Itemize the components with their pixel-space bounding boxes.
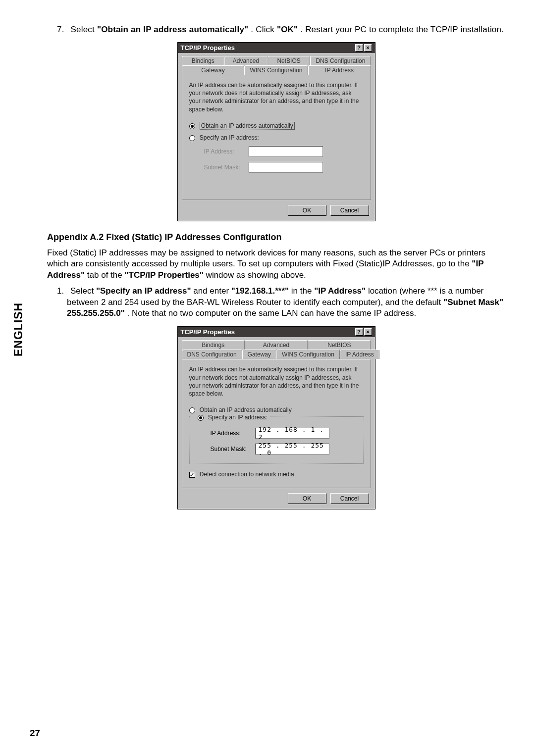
- text: in the: [291, 286, 314, 296]
- checkbox-icon: ✓: [189, 472, 195, 478]
- help-icon[interactable]: ?: [355, 44, 363, 51]
- cancel-button[interactable]: Cancel: [330, 205, 369, 216]
- field-ip-address: IP Address: 192 . 168 . 1 . 2: [211, 428, 357, 439]
- mask-label: Subnet Mask:: [204, 164, 249, 171]
- ok-button[interactable]: OK: [288, 493, 326, 504]
- checkbox-label: Detect connection to network media: [200, 471, 294, 478]
- appendix-para: Fixed (Static) IP addresses may be assig…: [47, 248, 505, 281]
- ok-button[interactable]: OK: [288, 205, 326, 216]
- checkbox-detect-media[interactable]: ✓ Detect connection to network media: [189, 471, 364, 478]
- dialog-titlebar: TCP/IP Properties ? ×: [178, 43, 375, 53]
- text: . Click: [251, 25, 277, 34]
- tab-panel-ipaddress: An IP address can be automatically assig…: [182, 75, 371, 200]
- tab-panel-ipaddress: An IP address can be automatically assig…: [182, 359, 371, 488]
- tab-wins[interactable]: WINS Configuration: [276, 350, 340, 359]
- mask-input: [249, 162, 323, 173]
- tab-dns[interactable]: DNS Configuration: [310, 56, 371, 65]
- text: and enter: [193, 286, 231, 296]
- text: Select: [70, 286, 96, 296]
- tab-bindings[interactable]: Bindings: [182, 340, 245, 350]
- field-ip-address: IP Address:: [204, 146, 364, 157]
- dialog-description: An IP address can be automatically assig…: [189, 365, 364, 398]
- field-subnet-mask: Subnet Mask:: [204, 162, 364, 173]
- radio-icon: [189, 123, 195, 129]
- text: . Restart your PC to complete the TCP/IP…: [300, 25, 504, 34]
- tab-advanced[interactable]: Advanced: [245, 340, 308, 350]
- text: window as showing above.: [206, 270, 306, 280]
- tab-area: Bindings Advanced NetBIOS DNS Configurat…: [178, 53, 375, 200]
- radio-icon: [189, 135, 195, 141]
- field-subnet-mask: Subnet Mask: 255 . 255 . 255 . 0: [211, 444, 357, 454]
- step-1: 1. Select "Specify an IP address" and en…: [57, 286, 505, 319]
- step-7-number: 7.: [57, 25, 64, 34]
- dialog-title-text: TCP/IP Properties: [181, 328, 235, 336]
- text-bold: "IP Address": [314, 286, 366, 296]
- language-tab: ENGLISH: [12, 302, 25, 356]
- step-1-number: 1.: [57, 286, 64, 296]
- dialog-titlebar: TCP/IP Properties ? ×: [178, 327, 375, 337]
- radio-label: Specify an IP address:: [200, 134, 259, 141]
- tab-ipaddress[interactable]: IP Address: [308, 65, 371, 75]
- close-icon[interactable]: ×: [364, 328, 372, 336]
- close-icon[interactable]: ×: [364, 44, 372, 51]
- radio-obtain-auto[interactable]: Obtain an IP address automatically: [189, 406, 364, 413]
- text: . Note that no two computer on the same …: [127, 308, 417, 318]
- radio-icon: [189, 407, 195, 413]
- dialog-buttons: OK Cancel: [178, 488, 375, 509]
- tab-wins[interactable]: WINS Configuration: [244, 65, 308, 75]
- cancel-button[interactable]: Cancel: [330, 493, 369, 504]
- dialog-tcpip-2: TCP/IP Properties ? × Bindings Advanced …: [177, 326, 375, 509]
- tab-gateway[interactable]: Gateway: [182, 65, 245, 75]
- radio-label: Obtain an IP address automatically: [200, 122, 295, 130]
- tab-gateway[interactable]: Gateway: [242, 350, 276, 359]
- mask-label: Subnet Mask:: [211, 446, 255, 453]
- step-7: 7. Select "Obtain an IP address automati…: [57, 25, 505, 35]
- tab-netbios[interactable]: NetBIOS: [268, 56, 311, 65]
- page-content: 7. Select "Obtain an IP address automati…: [0, 0, 535, 530]
- text-bold: "TCP/IP Properties": [124, 270, 203, 280]
- help-icon[interactable]: ?: [355, 328, 363, 336]
- tab-ipaddress[interactable]: IP Address: [340, 350, 379, 359]
- text-bold: "Obtain an IP address automatically": [97, 25, 249, 34]
- dialog-description: An IP address can be automatically assig…: [189, 81, 364, 113]
- text-bold: "192.168.1.***": [231, 286, 289, 296]
- text: tab of the: [87, 270, 125, 280]
- text: Fixed (Static) IP addresses may be assig…: [47, 248, 485, 268]
- radio-specify[interactable]: Specify an IP address:: [196, 414, 269, 421]
- ip-label: IP Address:: [204, 148, 249, 155]
- tab-area: Bindings Advanced NetBIOS DNS Configurat…: [178, 337, 375, 488]
- tab-bindings[interactable]: Bindings: [182, 56, 225, 65]
- mask-input[interactable]: 255 . 255 . 255 . 0: [255, 444, 329, 454]
- text-bold: "OK": [277, 25, 298, 34]
- radio-label: Specify an IP address:: [208, 414, 268, 421]
- page-number: 27: [30, 728, 40, 739]
- appendix-heading: Appendix A.2 Fixed (Static) IP Addresses…: [47, 232, 505, 243]
- tab-dns[interactable]: DNS Configuration: [182, 350, 242, 359]
- radio-icon: [198, 415, 204, 421]
- dialog-title-text: TCP/IP Properties: [181, 44, 235, 51]
- radio-specify[interactable]: Specify an IP address:: [189, 134, 364, 141]
- dialog-buttons: OK Cancel: [178, 200, 375, 221]
- tab-netbios[interactable]: NetBIOS: [308, 340, 371, 350]
- text-bold: "Specify an IP address": [96, 286, 191, 296]
- dialog-tcpip-1: TCP/IP Properties ? × Bindings Advanced …: [177, 42, 375, 221]
- ip-input[interactable]: 192 . 168 . 1 . 2: [255, 428, 329, 439]
- tab-advanced[interactable]: Advanced: [224, 56, 268, 65]
- radio-obtain-auto[interactable]: Obtain an IP address automatically: [189, 122, 364, 129]
- text: Select: [71, 25, 97, 34]
- ip-label: IP Address:: [211, 430, 255, 437]
- ip-input: [249, 146, 323, 157]
- radio-label: Obtain an IP address automatically: [200, 406, 292, 413]
